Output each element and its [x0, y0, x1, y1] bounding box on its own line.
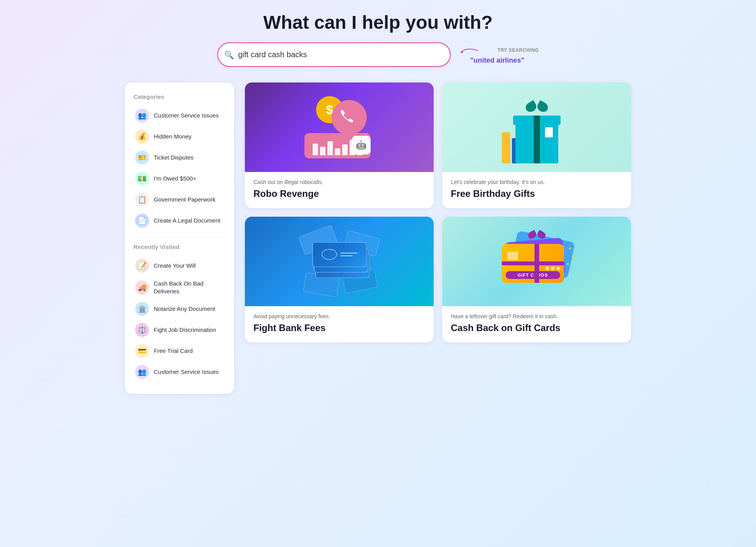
card-bank-fees[interactable]: Avoid paying unnecessary fees. Fight Ban…	[245, 217, 434, 342]
card-robo-revenge[interactable]: $	[245, 82, 434, 208]
sidebar-label-free-trial-card: Free Trial Card	[154, 347, 193, 355]
sidebar-label-hidden-money: Hidden Money	[154, 133, 192, 140]
sidebar-avatar-create-will: 📝	[135, 259, 149, 273]
sidebar-avatar-cash-back-deliveries: 🚚	[135, 281, 149, 295]
card-body-robo-revenge: Cash out on illegal robocalls. Robo Reve…	[245, 172, 434, 208]
sidebar-item-customer-service[interactable]: 👥 Customer Service Issues	[134, 105, 225, 126]
gift-bow	[526, 102, 548, 112]
birthday-illustration	[498, 91, 576, 163]
robo-illustration: $	[293, 92, 386, 162]
sidebar: Categories 👥 Customer Service Issues 💰 H…	[125, 82, 234, 394]
sidebar-divider	[134, 237, 225, 237]
card-title-birthday-gifts: Free Birthday Gifts	[451, 188, 622, 200]
sidebar-label-fight-job-discrimination: Fight Job Discrimination	[154, 326, 216, 334]
sidebar-item-government-paperwork[interactable]: 📋 Government Paperwork	[134, 189, 225, 210]
giftcard-illustration: GIFT CARDS ✦ ✦ ✦	[494, 224, 580, 298]
page-title: What can I help you with?	[125, 12, 631, 33]
card-birthday-gifts[interactable]: Let's celebrate your birthday. It's on u…	[442, 82, 631, 208]
sidebar-item-notarize-document[interactable]: 🏛️ Notarize Any Document	[134, 299, 225, 319]
gift-box	[515, 123, 558, 163]
recently-visited-list: 📝 Create Your Will 🚚 Cash Back On Bad De…	[134, 256, 225, 382]
gc-dot-2	[551, 266, 555, 270]
robo-bot-icon: 🤖	[352, 136, 371, 154]
card-title-robo-revenge: Robo Revenge	[253, 188, 425, 200]
sidebar-avatar-hidden-money: 💰	[135, 130, 149, 144]
gift-box-body	[515, 123, 558, 163]
robo-phone-icon	[332, 100, 367, 135]
sidebar-label-create-will: Create Your Will	[154, 262, 196, 270]
search-row: 🔍 TRY SEARCHING "united airlines"	[125, 42, 631, 67]
search-input[interactable]	[217, 42, 451, 67]
gc-ribbon-horizontal	[502, 261, 564, 265]
sidebar-label-government-paperwork: Government Paperwork	[154, 196, 215, 203]
sidebar-label-cash-back-deliveries: Cash Back On Bad Deliveries	[154, 280, 224, 295]
money-lines-1	[340, 252, 357, 256]
card-body-birthday-gifts: Let's celebrate your birthday. It's on u…	[442, 172, 631, 208]
sidebar-label-notarize-document: Notarize Any Document	[154, 305, 215, 313]
card-title-gift-cards: Cash Back on Gift Cards	[451, 323, 622, 334]
card-subtitle-robo-revenge: Cash out on illegal robocalls.	[253, 179, 425, 185]
categories-list: 👥 Customer Service Issues 💰 Hidden Money…	[134, 105, 225, 231]
sidebar-item-cash-back-deliveries[interactable]: 🚚 Cash Back On Bad Deliveries	[134, 277, 225, 298]
sidebar-avatar-ticket-disputes: 🎫	[135, 151, 149, 165]
sidebar-label-customer-service-issues-2: Customer Service Issues	[154, 368, 219, 376]
gc-label: GIFT CARDS	[506, 271, 560, 279]
sidebar-avatar-customer-service: 👥	[135, 109, 149, 123]
card-subtitle-bank-fees: Avoid paying unnecessary fees.	[253, 313, 425, 319]
try-searching-value[interactable]: "united airlines"	[470, 56, 524, 65]
card-title-bank-fees: Fight Bank Fees	[253, 323, 425, 334]
sidebar-avatar-legal-document: 📄	[135, 214, 149, 228]
sidebar-label-legal-document: Create A Legal Document	[154, 217, 220, 224]
sidebar-avatar-fight-job-discrimination: ⚖️	[135, 323, 149, 337]
sidebar-label-owed-money: I'm Owed $500+	[154, 175, 196, 182]
sidebar-item-fight-job-discrimination[interactable]: ⚖️ Fight Job Discrimination	[134, 320, 225, 340]
arrow-area: TRY SEARCHING	[459, 45, 539, 56]
robo-chart: 🤖	[304, 133, 371, 158]
money-oval-1	[322, 249, 337, 260]
sidebar-avatar-free-trial-card: 💳	[135, 344, 149, 358]
sidebar-avatar-owed-money: 💵	[135, 172, 149, 186]
search-icon: 🔍	[224, 50, 234, 60]
money-stack	[312, 242, 367, 281]
card-image-robo-revenge: $	[245, 82, 434, 172]
cards-grid: $	[245, 82, 631, 342]
card-image-bank-fees	[245, 217, 434, 306]
sparkle-3: ✦	[566, 261, 570, 267]
page-header: What can I help you with? 🔍 TRY SEARCHIN…	[125, 12, 631, 67]
sidebar-item-customer-service-issues-2[interactable]: 👥 Customer Service Issues	[134, 362, 225, 382]
gc-dot-1	[545, 266, 549, 270]
sparkle-1: ✦	[568, 246, 572, 251]
sidebar-item-hidden-money[interactable]: 💰 Hidden Money	[134, 126, 225, 147]
card-gift-cards[interactable]: GIFT CARDS ✦ ✦ ✦ Have a leftov	[442, 217, 631, 342]
try-searching-label: TRY SEARCHING	[498, 47, 539, 53]
sidebar-label-customer-service: Customer Service Issues	[154, 112, 219, 119]
page-container: What can I help you with? 🔍 TRY SEARCHIN…	[125, 12, 631, 394]
categories-label: Categories	[134, 93, 225, 100]
sparkle-2: ✦	[571, 254, 575, 259]
card-image-birthday-gifts	[442, 82, 631, 172]
gc-dots	[545, 266, 560, 270]
recently-visited-label: Recently Visited	[134, 244, 225, 250]
gc-dot-3	[556, 266, 560, 270]
sidebar-label-ticket-disputes: Ticket Disputes	[154, 154, 193, 161]
sidebar-item-ticket-disputes[interactable]: 🎫 Ticket Disputes	[134, 147, 225, 168]
search-wrapper: 🔍	[217, 42, 451, 67]
sidebar-item-create-will[interactable]: 📝 Create Your Will	[134, 256, 225, 276]
gc-chip	[507, 252, 518, 260]
try-searching-hint: TRY SEARCHING "united airlines"	[459, 45, 539, 65]
card-body-gift-cards: Have a leftover gift card? Redeem it in …	[442, 306, 631, 342]
sidebar-avatar-notarize-document: 🏛️	[135, 302, 149, 316]
sidebar-avatar-government-paperwork: 📋	[135, 193, 149, 207]
bank-illustration	[301, 226, 378, 296]
main-content: Categories 👥 Customer Service Issues 💰 H…	[125, 82, 631, 394]
card-subtitle-birthday-gifts: Let's celebrate your birthday. It's on u…	[451, 179, 622, 185]
sidebar-item-owed-money[interactable]: 💵 I'm Owed $500+	[134, 168, 225, 189]
sidebar-item-free-trial-card[interactable]: 💳 Free Trial Card	[134, 341, 225, 361]
card-image-gift-cards: GIFT CARDS ✦ ✦ ✦	[442, 217, 631, 306]
sidebar-avatar-customer-service-issues-2: 👥	[135, 365, 149, 379]
card-body-bank-fees: Avoid paying unnecessary fees. Fight Ban…	[245, 306, 434, 342]
sidebar-item-legal-document[interactable]: 📄 Create A Legal Document	[134, 210, 225, 231]
card-subtitle-gift-cards: Have a leftover gift card? Redeem it in …	[451, 313, 622, 319]
money-bill-top	[312, 242, 367, 267]
arrow-icon	[459, 45, 482, 56]
